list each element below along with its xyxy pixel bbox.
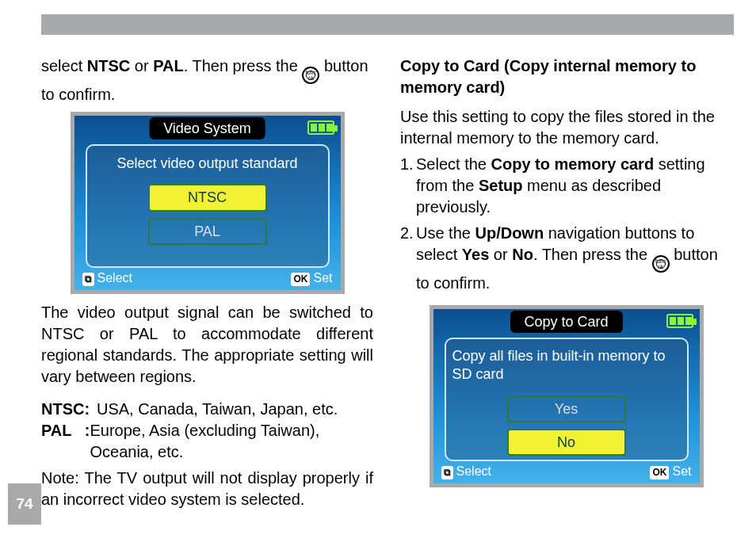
- section-heading: Copy to Card (Copy internal memory to me…: [400, 55, 732, 98]
- intro-text: select NTSC or PAL. Then press the func …: [41, 55, 373, 105]
- section-intro: Use this setting to copy the files store…: [400, 106, 732, 149]
- top-bar: [41, 14, 734, 35]
- t: NTSC: [87, 57, 130, 74]
- ntsc-label: NTSC:: [41, 399, 97, 420]
- right-column: Copy to Card (Copy internal memory to me…: [400, 55, 732, 510]
- footer-set: OKSet: [291, 269, 332, 287]
- battery-icon: [666, 314, 693, 328]
- standards-list: NTSC:USA, Canada, Taiwan, Japan, etc. PA…: [41, 399, 373, 463]
- t: or: [130, 57, 153, 74]
- func-ok-icon: func ok: [302, 67, 319, 84]
- t: . Then press the: [184, 57, 303, 74]
- t: PAL: [153, 57, 184, 74]
- option-ntsc[interactable]: NTSC: [148, 184, 267, 211]
- note-text: Note: The TV output will not display pro…: [41, 468, 373, 510]
- t: select: [41, 57, 87, 74]
- body-text: The video output signal can be switched …: [41, 302, 373, 388]
- page-number: 74: [8, 483, 41, 525]
- func-ok-icon: func ok: [652, 255, 670, 273]
- panel-title: Select video output standard: [116, 154, 297, 173]
- step-1: 1. Select the Copy to memory card settin…: [400, 154, 732, 218]
- copy-to-card-screen: Copy to Card Copy all files in built-in …: [430, 305, 704, 487]
- panel-title: Copy all files in built-in memory to SD …: [452, 347, 681, 384]
- option-yes[interactable]: Yes: [507, 395, 626, 422]
- footer-select: ⧉Select: [82, 269, 132, 287]
- screen-title: Video System: [149, 117, 265, 139]
- pal-label: PAL :: [41, 420, 90, 463]
- screen-panel: Select video output standard NTSC PAL: [86, 144, 330, 268]
- option-pal[interactable]: PAL: [148, 218, 267, 245]
- screen-panel: Copy all files in built-in memory to SD …: [445, 338, 689, 461]
- battery-icon: [307, 120, 334, 135]
- ntsc-text: USA, Canada, Taiwan, Japan, etc.: [97, 399, 338, 420]
- footer-set: OKSet: [650, 463, 691, 480]
- left-column: select NTSC or PAL. Then press the func …: [41, 55, 373, 510]
- screen-title: Copy to Card: [510, 311, 622, 333]
- option-no[interactable]: No: [507, 429, 626, 456]
- pal-text: Europe, Asia (excluding Taiwan), Oceania…: [90, 420, 373, 463]
- video-system-screen: Video System Select video output standar…: [71, 112, 345, 294]
- step-2: 2. Use the Up/Down navigation buttons to…: [400, 223, 732, 294]
- footer-select: ⧉Select: [441, 463, 491, 480]
